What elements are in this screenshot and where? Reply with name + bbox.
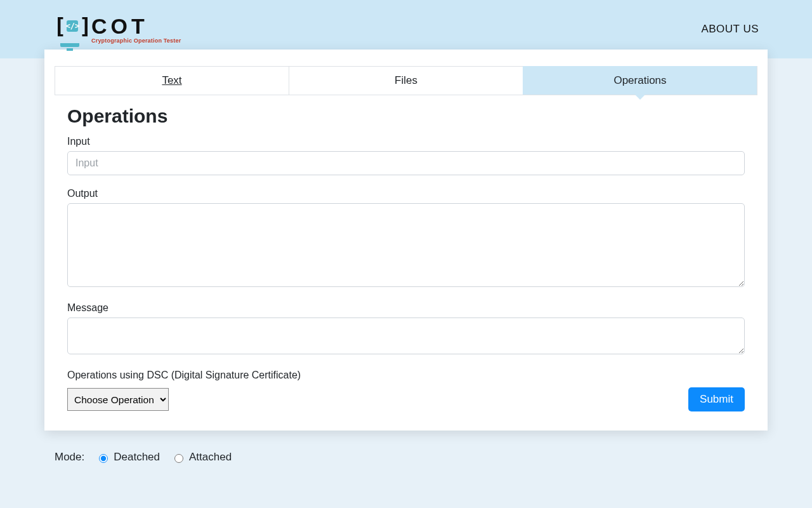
logo-subtitle: Cryptographic Operation Tester (91, 38, 181, 44)
mode-label: Mode: (55, 451, 84, 464)
message-label: Message (67, 302, 745, 314)
operations-panel: Operations Input Output Message Operatio… (55, 95, 757, 411)
panel-heading: Operations (67, 105, 745, 127)
dsc-label: Operations using DSC (Digital Signature … (67, 370, 745, 381)
page-header: [ </> ] COT Cryptographic Operation Test… (0, 0, 812, 58)
mode-attached-radio[interactable] (174, 454, 183, 463)
tab-files-label: Files (395, 74, 417, 86)
logo-text: COT Cryptographic Operation Tester (91, 15, 181, 44)
main-card: Text Files Operations Operations Input O… (44, 50, 768, 431)
mode-attached-label: Attached (189, 451, 232, 464)
mode-detached-option[interactable]: Deatched (96, 451, 160, 464)
mode-attached-option[interactable]: Attached (171, 451, 232, 464)
output-field[interactable] (67, 203, 745, 287)
tab-text-label: Text (162, 74, 181, 86)
input-label: Input (67, 136, 745, 147)
mode-detached-radio[interactable] (99, 454, 108, 463)
tab-files[interactable]: Files (289, 66, 523, 95)
tab-operations[interactable]: Operations (523, 66, 757, 95)
tab-text[interactable]: Text (55, 66, 289, 95)
message-field[interactable] (67, 318, 745, 354)
operations-row: Choose Operation Submit (67, 387, 745, 411)
tabs: Text Files Operations (55, 66, 757, 95)
submit-button[interactable]: Submit (688, 387, 745, 411)
logo-icon: [ </> ] (53, 15, 86, 43)
output-label: Output (67, 188, 745, 199)
input-field[interactable] (67, 151, 745, 175)
mode-detached-label: Deatched (114, 451, 160, 464)
tab-operations-label: Operations (613, 74, 666, 86)
mode-row: Mode: Deatched Attached (55, 451, 232, 464)
operation-select[interactable]: Choose Operation (67, 388, 169, 411)
logo-title: COT (91, 15, 181, 37)
logo[interactable]: [ </> ] COT Cryptographic Operation Test… (53, 15, 181, 44)
nav-about-link[interactable]: ABOUT US (701, 23, 759, 36)
